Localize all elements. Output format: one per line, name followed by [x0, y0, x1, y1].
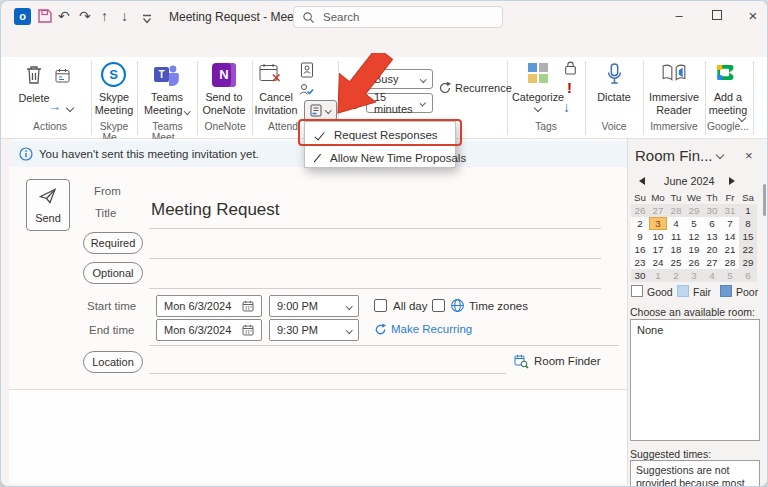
- calendar-day[interactable]: 22: [739, 243, 757, 256]
- new-meeting-icon[interactable]: [55, 68, 71, 88]
- calendar-day[interactable]: 19: [685, 243, 703, 256]
- calendar-day[interactable]: 30: [631, 269, 649, 282]
- calendar-day[interactable]: 4: [703, 269, 721, 282]
- address-book-icon[interactable]: [300, 62, 314, 82]
- calendar-day[interactable]: 31: [721, 204, 739, 217]
- calendar-day[interactable]: 8: [739, 217, 757, 230]
- calendar-day[interactable]: 27: [649, 204, 667, 217]
- calendar-day[interactable]: 14: [721, 230, 739, 243]
- calendar-day[interactable]: 15: [739, 230, 757, 243]
- calendar-day[interactable]: 5: [721, 269, 739, 282]
- cancel-invitation-icon[interactable]: [259, 63, 282, 88]
- calendar-day[interactable]: 1: [649, 269, 667, 282]
- delete-icon[interactable]: [25, 65, 43, 89]
- calendar-day[interactable]: 11: [667, 230, 685, 243]
- immersive-reader-icon[interactable]: [661, 63, 687, 87]
- calendar-day[interactable]: 27: [703, 256, 721, 269]
- message-body[interactable]: [9, 390, 627, 484]
- calendar-day[interactable]: 21: [721, 243, 739, 256]
- categorize-icon[interactable]: [528, 63, 548, 83]
- recurrence-label[interactable]: Recurrence: [455, 82, 512, 94]
- dictate-label[interactable]: Dictate: [591, 91, 637, 104]
- close-button[interactable]: ×: [743, 7, 763, 25]
- calendar-day[interactable]: 26: [631, 204, 649, 217]
- start-date-input[interactable]: Mon 6/3/2024: [156, 295, 262, 317]
- forward-arrow-icon[interactable]: →: [48, 99, 61, 114]
- room-listbox[interactable]: None: [630, 319, 760, 441]
- optional-button[interactable]: Optional: [83, 262, 143, 284]
- date-picker-icon[interactable]: [242, 300, 254, 312]
- undo-icon[interactable]: ↶: [58, 8, 70, 25]
- teams-meeting-icon[interactable]: T: [153, 63, 180, 91]
- calendar-day[interactable]: 4: [667, 217, 685, 230]
- calendar-day[interactable]: 30: [703, 204, 721, 217]
- minimize-button[interactable]: –: [669, 7, 689, 25]
- required-button[interactable]: Required: [83, 232, 143, 254]
- date-picker-icon[interactable]: [242, 324, 254, 336]
- calendar-prev-icon[interactable]: [639, 177, 645, 185]
- google-meet-icon[interactable]: [717, 64, 739, 85]
- send-to-onenote-label[interactable]: Send to OneNote: [198, 91, 250, 116]
- move-down-icon[interactable]: ↓: [121, 8, 128, 25]
- suggested-times-box[interactable]: Suggestions are not provided because mos…: [630, 460, 760, 487]
- calendar-day[interactable]: 3: [685, 269, 703, 282]
- start-time-select[interactable]: 9:00 PM: [269, 295, 359, 317]
- calendar-day[interactable]: 28: [721, 256, 739, 269]
- chevron-down-icon[interactable]: [66, 104, 74, 112]
- redo-icon[interactable]: ↷: [79, 8, 91, 25]
- private-lock-icon[interactable]: [563, 60, 578, 79]
- calendar-day[interactable]: 3: [649, 217, 667, 230]
- room-finder-close-icon[interactable]: ×: [745, 148, 753, 163]
- calendar-day[interactable]: 5: [685, 217, 703, 230]
- end-date-input[interactable]: Mon 6/3/2024: [156, 319, 262, 341]
- check-names-icon[interactable]: [298, 82, 314, 102]
- calendar-day[interactable]: 2: [667, 269, 685, 282]
- calendar-day[interactable]: 16: [631, 243, 649, 256]
- calendar-day[interactable]: 28: [667, 204, 685, 217]
- customize-quick-access-icon[interactable]: [142, 11, 152, 29]
- categorize-label[interactable]: Categorize: [509, 91, 567, 104]
- room-finder-button[interactable]: Room Finder: [534, 355, 600, 367]
- send-button[interactable]: Send: [26, 179, 70, 231]
- calendar-day[interactable]: 18: [667, 243, 685, 256]
- calendar-day[interactable]: 20: [703, 243, 721, 256]
- calendar-next-icon[interactable]: [729, 177, 735, 185]
- all-day-checkbox[interactable]: [374, 299, 387, 312]
- calendar-day[interactable]: 29: [685, 204, 703, 217]
- calendar-day[interactable]: 13: [703, 230, 721, 243]
- skype-meeting-icon[interactable]: S: [101, 62, 126, 87]
- skype-meeting-label[interactable]: Skype Meeting: [92, 91, 136, 116]
- save-icon[interactable]: [37, 8, 53, 28]
- search-box[interactable]: Search: [293, 6, 503, 28]
- calendar-day[interactable]: 23: [631, 256, 649, 269]
- calendar-day[interactable]: 6: [739, 269, 757, 282]
- room-list-item[interactable]: None: [631, 320, 759, 336]
- outlook-app-icon[interactable]: o: [14, 8, 31, 25]
- move-up-icon[interactable]: ↑: [101, 8, 108, 25]
- calendar-day[interactable]: 29: [739, 256, 757, 269]
- calendar-day[interactable]: 25: [667, 256, 685, 269]
- cancel-invitation-label[interactable]: Cancel Invitation: [251, 91, 301, 116]
- calendar-day[interactable]: 24: [649, 256, 667, 269]
- chevron-down-icon[interactable]: [534, 104, 542, 112]
- end-time-select[interactable]: 9:30 PM: [269, 319, 359, 341]
- teams-meeting-label[interactable]: Teams Meeting: [141, 91, 193, 116]
- calendar-day[interactable]: 9: [631, 230, 649, 243]
- maximize-button[interactable]: [707, 7, 727, 25]
- calendar-day[interactable]: 26: [685, 256, 703, 269]
- menu-item-allow-new-time-proposals[interactable]: Allow New Time Proposals: [305, 146, 455, 169]
- calendar-day[interactable]: 6: [703, 217, 721, 230]
- calendar-day[interactable]: 2: [631, 217, 649, 230]
- calendar-day[interactable]: 12: [685, 230, 703, 243]
- high-importance-icon[interactable]: !: [567, 79, 572, 96]
- immersive-reader-label[interactable]: Immersive Reader: [646, 91, 702, 116]
- onenote-icon[interactable]: N: [212, 63, 236, 87]
- calendar-day[interactable]: 1: [739, 204, 757, 217]
- add-a-meeting-label[interactable]: Add a meeting: [707, 91, 749, 116]
- title-value[interactable]: Meeting Request: [151, 200, 280, 220]
- location-button[interactable]: Location: [83, 351, 143, 373]
- low-importance-icon[interactable]: ↓: [563, 99, 570, 115]
- calendar-day[interactable]: 7: [721, 217, 739, 230]
- scrollbar-thumb[interactable]: [763, 184, 766, 216]
- recurrence-icon[interactable]: [438, 81, 452, 99]
